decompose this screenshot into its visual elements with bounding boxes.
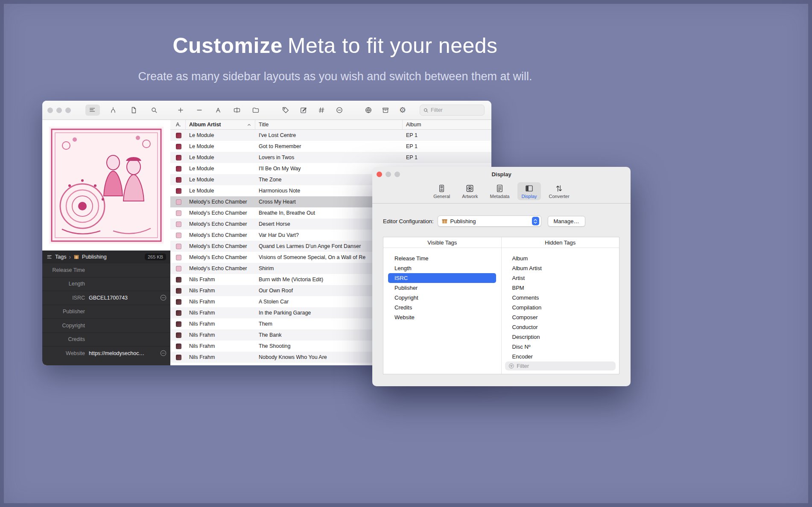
tab-general[interactable]: General bbox=[429, 182, 454, 200]
tag-icon bbox=[282, 106, 289, 114]
field-value[interactable]: https://melodysechoc… bbox=[89, 350, 160, 356]
rename-button[interactable] bbox=[230, 105, 244, 116]
album-artist-cell: Nils Frahm bbox=[186, 354, 255, 360]
hidden-tag-item[interactable]: Compilation bbox=[502, 303, 619, 312]
visible-tag-item[interactable]: Copyright bbox=[383, 293, 501, 303]
track-artwork-thumb bbox=[176, 344, 181, 349]
sidebar-field-row[interactable]: ISRCGBCEL1700743 bbox=[42, 291, 170, 305]
hidden-tag-item[interactable]: BPM bbox=[502, 283, 619, 293]
breadcrumb-configuration[interactable]: Publishing bbox=[82, 254, 107, 260]
table-row[interactable]: Le ModuleGot to RememberEP 1 bbox=[170, 141, 491, 152]
sidebar-field-row[interactable]: Websitehttps://melodysechoc… bbox=[42, 346, 170, 360]
track-artwork-thumb bbox=[176, 355, 181, 360]
folder-icon bbox=[252, 106, 260, 114]
close-window-button[interactable] bbox=[47, 108, 53, 113]
table-row[interactable]: Le ModuleI've Lost CentreEP 1 bbox=[170, 130, 491, 141]
window-controls[interactable] bbox=[47, 108, 71, 113]
document-view-button[interactable] bbox=[126, 105, 141, 116]
remove-field-icon[interactable] bbox=[160, 294, 166, 301]
search-icon bbox=[150, 106, 158, 114]
page-title: CustomizeMeta to fit your needs bbox=[0, 33, 670, 58]
hidden-tag-item[interactable]: Description bbox=[502, 332, 619, 342]
remove-track-button[interactable] bbox=[192, 105, 207, 116]
tab-display[interactable]: Display bbox=[517, 182, 540, 200]
album-artist-cell: Le Module bbox=[186, 154, 255, 160]
visible-tag-item[interactable]: ISRC bbox=[388, 273, 496, 283]
visible-tag-item[interactable]: Credits bbox=[383, 303, 501, 312]
zoom-window-button[interactable] bbox=[65, 108, 71, 113]
column-header-album-artist[interactable]: Album Artist bbox=[186, 120, 255, 129]
chevron-up-down-icon bbox=[533, 218, 538, 225]
album-artist-cell: Nils Frahm bbox=[186, 277, 255, 283]
hidden-tag-item[interactable]: Album Artist bbox=[502, 263, 619, 273]
tab-metadata[interactable]: Metadata bbox=[486, 182, 514, 200]
display-icon bbox=[525, 184, 534, 193]
tags-filter-field[interactable] bbox=[505, 361, 616, 370]
remove-field-icon[interactable] bbox=[160, 350, 166, 356]
text-format-icon bbox=[214, 106, 222, 114]
sidebar-field-row[interactable]: Copyright bbox=[42, 318, 170, 332]
hero-section: CustomizeMeta to fit your needs Create a… bbox=[0, 33, 670, 83]
minimize-window-button[interactable] bbox=[56, 108, 62, 113]
visible-tag-item[interactable]: Release Time bbox=[383, 253, 501, 263]
web-lookup-button[interactable] bbox=[361, 105, 376, 116]
album-artist-cell: Melody's Echo Chamber bbox=[186, 232, 255, 238]
hidden-tag-item[interactable]: Album bbox=[502, 253, 619, 263]
album-cell: EP 1 bbox=[403, 143, 491, 149]
minus-icon bbox=[196, 106, 203, 114]
fork-view-button[interactable] bbox=[106, 105, 120, 116]
search-view-button[interactable] bbox=[147, 105, 161, 116]
compose-button[interactable] bbox=[296, 105, 311, 116]
clear-tags-button[interactable] bbox=[332, 105, 347, 116]
album-artist-cell: Nils Frahm bbox=[186, 288, 255, 294]
tab-artwork[interactable]: Artwork bbox=[458, 182, 482, 200]
archive-button[interactable] bbox=[378, 105, 393, 116]
tag-button[interactable] bbox=[278, 105, 293, 116]
toolbar-filter-input[interactable] bbox=[431, 107, 481, 113]
hidden-tags-list: AlbumAlbum ArtistArtistBPMCommentsCompil… bbox=[502, 248, 619, 374]
track-number-button[interactable] bbox=[314, 105, 329, 116]
hidden-tag-item[interactable]: Conductor bbox=[502, 322, 619, 332]
add-track-button[interactable] bbox=[173, 105, 188, 116]
track-artwork-thumb bbox=[176, 277, 181, 283]
title-cell: I've Lost Centre bbox=[255, 132, 403, 138]
table-row[interactable]: Le ModuleLovers in TwosEP 1 bbox=[170, 152, 491, 163]
hidden-tag-item[interactable]: Disc Nº bbox=[502, 342, 619, 352]
sidebar-field-row[interactable]: Length bbox=[42, 277, 170, 291]
visible-tags-list: Release TimeLengthISRCPublisherCopyright… bbox=[383, 248, 502, 374]
visible-tag-item[interactable]: Publisher bbox=[383, 283, 501, 293]
settings-button[interactable]: ⚙ bbox=[395, 105, 410, 116]
manage-button[interactable]: Manage… bbox=[548, 216, 585, 227]
hidden-tag-item[interactable]: Artist bbox=[502, 273, 619, 283]
tags-panel: Visible Tags Hidden Tags Release TimeLen… bbox=[383, 237, 619, 374]
tags-filter-input[interactable] bbox=[517, 363, 612, 369]
popup-stepper-icon bbox=[532, 217, 539, 225]
field-label: Credits bbox=[42, 336, 85, 342]
column-header-album[interactable]: Album bbox=[403, 120, 491, 129]
field-value[interactable]: GBCEL1700743 bbox=[89, 295, 160, 301]
tab-converter[interactable]: Converter bbox=[545, 182, 573, 200]
toolbar-filter-field[interactable] bbox=[420, 105, 485, 116]
hidden-tag-item[interactable]: Comments bbox=[502, 293, 619, 303]
track-artwork-thumb bbox=[176, 321, 181, 327]
column-header-title[interactable]: Title bbox=[255, 120, 403, 129]
sidebar-field-row[interactable]: Publisher bbox=[42, 305, 170, 319]
album-artist-cell: Nils Frahm bbox=[186, 343, 255, 349]
breadcrumb-tags[interactable]: Tags bbox=[55, 254, 66, 260]
configuration-popup-button[interactable]: Publishing bbox=[438, 216, 541, 227]
visible-tag-item[interactable]: Length bbox=[383, 263, 501, 273]
track-artwork-thumb bbox=[176, 288, 181, 294]
rename-field-icon bbox=[233, 106, 241, 114]
track-artwork-thumb bbox=[176, 255, 181, 260]
hidden-tag-item[interactable]: Composer bbox=[502, 312, 619, 322]
text-format-button[interactable] bbox=[211, 105, 225, 116]
visible-tag-item[interactable]: Website bbox=[383, 312, 501, 322]
hidden-tag-item[interactable]: Encoder bbox=[502, 352, 619, 361]
sidebar-field-row[interactable]: Release Time bbox=[42, 263, 170, 277]
tags-list-icon bbox=[47, 254, 53, 260]
sidebar-layout-button[interactable] bbox=[85, 105, 100, 116]
track-artwork-thumb bbox=[176, 177, 181, 183]
sidebar-field-row[interactable]: Credits bbox=[42, 332, 170, 347]
column-header-artwork[interactable]: A. bbox=[170, 120, 186, 129]
folder-button[interactable] bbox=[248, 105, 263, 116]
